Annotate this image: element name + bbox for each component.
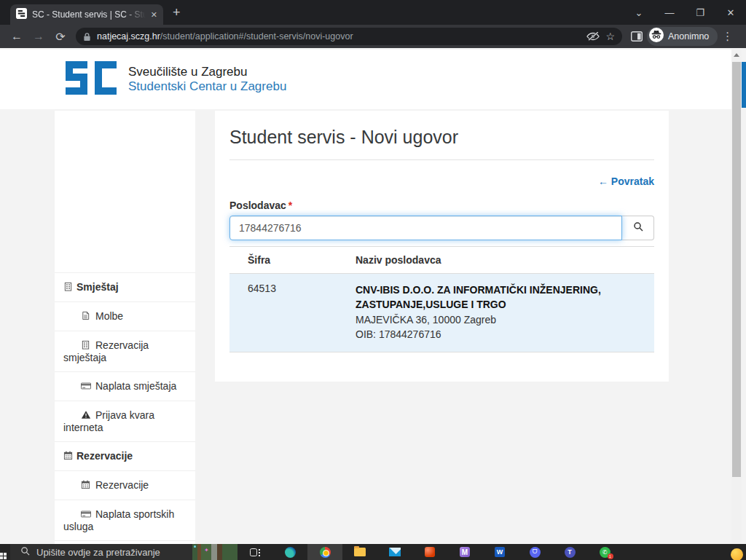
scrollbar-up-arrow-icon[interactable] [731, 50, 742, 60]
side-panel-icon[interactable] [631, 31, 643, 42]
emoji-icon[interactable] [731, 548, 743, 560]
file-explorer-icon[interactable] [342, 544, 377, 560]
result-sifra: 64513 [229, 274, 350, 352]
sparkle-icon: ✦ [204, 547, 209, 553]
sidebar-spacer [55, 111, 195, 272]
sidebar-item-label: Smještaj [76, 281, 119, 293]
new-tab-button[interactable]: + [173, 6, 181, 19]
visibility-off-icon[interactable] [586, 31, 600, 42]
notification-dot [194, 545, 196, 548]
teams-icon[interactable]: T [552, 544, 587, 560]
reload-button[interactable]: ⟳ [50, 30, 71, 44]
column-header-sifra: Šifra [229, 247, 350, 274]
sidebar: SmještajMolbeRezervacija smještajaNaplat… [55, 111, 195, 544]
task-view-icon[interactable] [237, 544, 272, 560]
taskbar-search-box[interactable]: Upišite ovdje za pretraživanje [10, 544, 192, 560]
nature-wallpaper-tile[interactable]: ✦ [192, 544, 237, 560]
forward-button[interactable]: → [28, 30, 50, 43]
sidebar-item-label: Rezervacija smještaja [63, 339, 149, 363]
sidebar-item-label: Naplata smještaja [95, 380, 176, 392]
back-button[interactable]: ← [6, 30, 28, 43]
sidebar-item-rezervacija-smjestaja[interactable]: Rezervacija smještaja [55, 331, 195, 371]
browser-toolbar: ← → ⟳ natjecaj.sczg.hr/student/applicati… [0, 25, 746, 48]
tab-search-chevron-icon[interactable]: ⌄ [624, 7, 654, 18]
close-button[interactable]: ✕ [715, 7, 746, 18]
page-title: Student servis - Novi ugovor [229, 127, 654, 160]
tab-close-icon[interactable]: ✕ [151, 10, 157, 20]
url-domain: natjecaj.sczg.hr [97, 31, 160, 42]
sidebar-item-label: Prijava kvara interneta [63, 409, 154, 433]
sidebar-item-rezervacije[interactable]: Rezervacije [55, 441, 195, 470]
incognito-profile-badge[interactable]: Anonimno [647, 27, 718, 46]
profile-label: Anonimno [668, 31, 709, 42]
taskbar: Upišite ovdje za pretraživanje ✦ M W ᗜ T… [0, 544, 746, 560]
calendar-icon [63, 451, 76, 462]
url-bar[interactable]: natjecaj.sczg.hr/student/application#/st… [76, 28, 622, 45]
sidebar-item-label: Naplata sportskih usluga [63, 508, 174, 532]
building-icon [63, 282, 76, 293]
sidebar-item-label: Rezervacije [76, 450, 133, 462]
site-header-center: Studentski Centar u Zagrebu [128, 79, 286, 94]
sidebar-menu: SmještajMolbeRezervacija smještajaNaplat… [55, 272, 195, 544]
bookmark-star-icon[interactable]: ☆ [605, 31, 615, 42]
screen: SC - Student servis | SC - Student ✕ + ⌄… [0, 0, 746, 560]
search-icon [633, 221, 643, 234]
minimize-button[interactable]: — [654, 7, 685, 18]
lock-icon [83, 32, 91, 42]
search-button[interactable] [622, 216, 654, 240]
scrollbar-thumb[interactable] [732, 62, 741, 477]
url-text: natjecaj.sczg.hr/student/application#/st… [97, 31, 581, 42]
warning-icon [81, 410, 94, 422]
result-naziv: CNV-IBIS D.O.O. ZA INFORMATIČKI INŽENJER… [356, 283, 648, 312]
building-icon [81, 340, 94, 352]
sidebar-item-naplata-sportskih-usluga[interactable]: Naplata sportskih usluga [55, 500, 195, 540]
maximize-button[interactable]: ❐ [685, 7, 715, 18]
credit-card-icon [81, 509, 94, 521]
favicon-sc-icon [16, 8, 27, 22]
browser-menu-icon[interactable]: ⋮ [722, 30, 734, 43]
calendar-icon [81, 480, 94, 492]
column-header-naziv: Naziv poslodavca [350, 247, 654, 274]
poslodavac-label: Poslodavac* [229, 200, 654, 211]
results-header-row: Šifra Naziv poslodavca [229, 247, 654, 274]
povratak-label: Povratak [611, 176, 654, 187]
phone-call-icon[interactable]: ✆1 [587, 544, 622, 560]
start-icon[interactable] [0, 544, 10, 560]
purple-app-icon[interactable]: M [447, 544, 482, 560]
mail-icon[interactable] [377, 544, 412, 560]
taskbar-search-placeholder: Upišite ovdje za pretraživanje [36, 547, 160, 558]
discord-icon[interactable]: ᗜ [517, 544, 552, 560]
scrollbar[interactable] [731, 50, 742, 544]
poslodavac-search-input[interactable] [229, 216, 622, 240]
chrome-icon[interactable] [307, 544, 342, 560]
document-icon [81, 311, 94, 323]
search-icon [20, 546, 30, 558]
site-header: Sveučilište u Zagrebu Studentski Centar … [0, 50, 733, 109]
office-icon[interactable] [412, 544, 447, 560]
results-table: Šifra Naziv poslodavca 64513CNV-IBIS D.O… [229, 246, 654, 352]
sidebar-item-label: Rezervacije [95, 479, 149, 491]
sidebar-item-label: Molbe [95, 310, 123, 322]
url-path: /student/application#/student-servis/nov… [160, 31, 353, 42]
edge-icon[interactable] [272, 544, 307, 560]
incognito-avatar-icon [649, 28, 664, 45]
result-adresa: MAJEVIČKA 36, 10000 Zagreb [356, 312, 648, 327]
result-oib: OIB: 17844276716 [356, 327, 648, 342]
browser-tabstrip: SC - Student servis | SC - Student ✕ + ⌄… [0, 0, 746, 25]
sidebar-item-naplata-smjestaja[interactable]: Naplata smještaja [55, 371, 195, 401]
povratak-link[interactable]: ← Povratak [598, 176, 654, 187]
sc-logo-icon[interactable] [64, 60, 118, 99]
credit-card-icon [81, 381, 94, 393]
header-blue-strip [742, 62, 746, 108]
site-header-university: Sveučilište u Zagrebu [128, 65, 286, 79]
sidebar-item-smjestaj[interactable]: Smještaj [55, 272, 195, 301]
sidebar-item-prijava-kvara-interneta[interactable]: Prijava kvara interneta [55, 401, 195, 441]
required-asterisk: * [288, 200, 292, 211]
tab-title: SC - Student servis | SC - Student [32, 9, 146, 20]
browser-tab[interactable]: SC - Student servis | SC - Student ✕ [10, 4, 163, 25]
word-icon[interactable]: W [482, 544, 517, 560]
sidebar-item-rezervacije[interactable]: Rezervacije [55, 470, 195, 500]
main-content: Student servis - Novi ugovor ← Povratak … [215, 111, 669, 382]
result-row[interactable]: 64513CNV-IBIS D.O.O. ZA INFORMATIČKI INŽ… [229, 274, 654, 352]
sidebar-item-molbe[interactable]: Molbe [55, 301, 195, 331]
